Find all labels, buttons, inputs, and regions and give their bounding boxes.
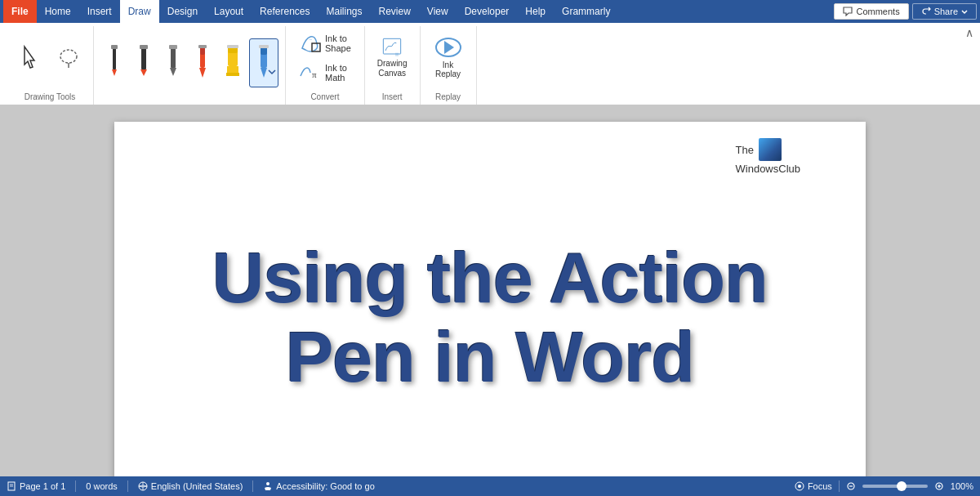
menu-view[interactable]: View: [419, 0, 457, 23]
svg-text:π: π: [312, 69, 317, 79]
menu-help[interactable]: Help: [517, 0, 554, 23]
menu-review[interactable]: Review: [371, 0, 419, 23]
svg-rect-4: [141, 47, 146, 69]
select-tool-button[interactable]: [13, 34, 49, 83]
ink-to-math-button[interactable]: π Ink toMath: [292, 59, 358, 87]
pen4-icon: [194, 45, 211, 81]
accessibility-label: Accessibility: Good to go: [276, 481, 374, 491]
status-language[interactable]: English (United States): [138, 481, 243, 491]
drawing-canvas-label: DrawingCanvas: [377, 59, 408, 78]
replay-play-icon: [444, 41, 454, 54]
ink-replay-label: InkReplay: [435, 60, 461, 78]
lasso-tool-button[interactable]: [51, 34, 87, 83]
pen1-icon: [106, 45, 122, 81]
replay-circle-icon: [435, 38, 461, 57]
language-label: English (United States): [151, 481, 243, 491]
convert-tools: → Ink toShape π Ink toMath: [292, 26, 358, 90]
pen3-icon: [165, 45, 181, 81]
menu-draw[interactable]: Draw: [120, 0, 159, 23]
menu-mailings[interactable]: Mailings: [318, 0, 370, 23]
pen3-button[interactable]: [159, 38, 187, 87]
ink-to-shape-icon: →: [299, 32, 322, 55]
status-sep1: [75, 480, 76, 492]
svg-text:→: →: [308, 37, 313, 42]
ribbon-group-convert: → Ink toShape π Ink toMath Convert: [286, 26, 365, 105]
menu-right-actions: Comments Share: [834, 3, 977, 20]
page-icon: [7, 481, 16, 491]
share-button[interactable]: Share: [912, 3, 977, 20]
ribbon-collapse-button[interactable]: ∧: [965, 26, 973, 39]
focus-icon: [795, 481, 804, 491]
word-count: 0 words: [86, 481, 118, 491]
svg-point-34: [798, 485, 801, 488]
logo-line2: WindowsClub: [736, 163, 800, 175]
logo-area: The WindowsClub: [736, 138, 800, 175]
page-count: Page 1 of 1: [20, 481, 65, 491]
menu-developer[interactable]: Developer: [457, 0, 518, 23]
zoom-out-icon: [846, 481, 856, 491]
ribbon-group-pens: [94, 26, 286, 105]
highlighter-icon: [224, 45, 242, 81]
svg-rect-23: [312, 43, 320, 51]
windows-club-icon: [759, 138, 782, 161]
comments-button[interactable]: Comments: [834, 3, 908, 20]
selection-tools: [13, 26, 87, 90]
svg-point-0: [60, 50, 77, 63]
ribbon-group-selection: Drawing Tools: [7, 26, 94, 105]
highlighter-button[interactable]: [218, 38, 247, 87]
menu-file[interactable]: File: [3, 0, 37, 23]
menu-bar: File Home Insert Draw Design Layout Refe…: [0, 0, 980, 23]
ink-to-math-icon: π: [299, 61, 322, 84]
logo-line1: The: [736, 144, 754, 156]
svg-marker-5: [140, 69, 147, 76]
svg-rect-18: [227, 45, 238, 48]
zoom-slider[interactable]: [862, 485, 928, 488]
status-zoom-out[interactable]: [846, 481, 856, 491]
ribbon-group-insert: DrawingCanvas Insert: [365, 26, 421, 105]
ribbon-group-replay: InkReplay Replay: [421, 26, 477, 105]
status-focus[interactable]: Focus: [795, 481, 832, 491]
menu-layout[interactable]: Layout: [206, 0, 252, 23]
pen4-button[interactable]: [189, 38, 216, 87]
svg-point-32: [266, 482, 270, 485]
status-zoom-in[interactable]: [934, 481, 944, 491]
menu-insert[interactable]: Insert: [79, 0, 120, 23]
svg-rect-3: [111, 45, 118, 49]
drawing-tools-label: Drawing Tools: [24, 90, 76, 105]
ribbon-content: Drawing Tools: [0, 23, 980, 105]
menu-grammarly[interactable]: Grammarly: [554, 0, 618, 23]
replay-group-label: Replay: [435, 90, 461, 105]
cursor-icon: [20, 43, 42, 73]
ink-replay-button[interactable]: InkReplay: [427, 34, 470, 83]
status-page: Page 1 of 1: [7, 481, 65, 491]
action-pen-icon: [255, 45, 273, 81]
ink-to-shape-button[interactable]: → Ink toShape: [292, 29, 358, 57]
svg-rect-13: [198, 45, 207, 48]
ink-to-math-label: Ink toMath: [325, 63, 347, 83]
logo-row: The: [736, 138, 782, 161]
svg-marker-12: [199, 68, 206, 78]
drawing-canvas-button[interactable]: DrawingCanvas: [372, 34, 413, 83]
svg-marker-8: [170, 68, 176, 76]
svg-marker-2: [112, 69, 117, 76]
menu-design[interactable]: Design: [159, 0, 206, 23]
zoom-thumb[interactable]: [897, 481, 906, 491]
status-sep3: [252, 480, 253, 492]
action-pen-button[interactable]: [249, 38, 278, 87]
document-title: Using the Action Pen in Word: [196, 222, 784, 413]
menu-references[interactable]: References: [252, 0, 318, 23]
document-page: The WindowsClub Using the Action Pen in …: [114, 122, 866, 476]
status-zoom-level[interactable]: 100%: [951, 481, 973, 491]
menu-home[interactable]: Home: [37, 0, 79, 23]
status-sep4: [839, 480, 840, 492]
status-bar: Page 1 of 1 0 words English (United Stat…: [0, 476, 980, 496]
svg-rect-9: [169, 45, 177, 49]
pen1-button[interactable]: [100, 38, 128, 87]
status-right: Focus 100%: [795, 480, 973, 492]
convert-group-label: Convert: [310, 90, 339, 105]
status-sep2: [127, 480, 128, 492]
document-title-line2: Pen in Word: [212, 318, 768, 397]
pen2-button[interactable]: [130, 38, 158, 87]
svg-rect-7: [171, 47, 176, 68]
svg-rect-22: [259, 45, 269, 48]
